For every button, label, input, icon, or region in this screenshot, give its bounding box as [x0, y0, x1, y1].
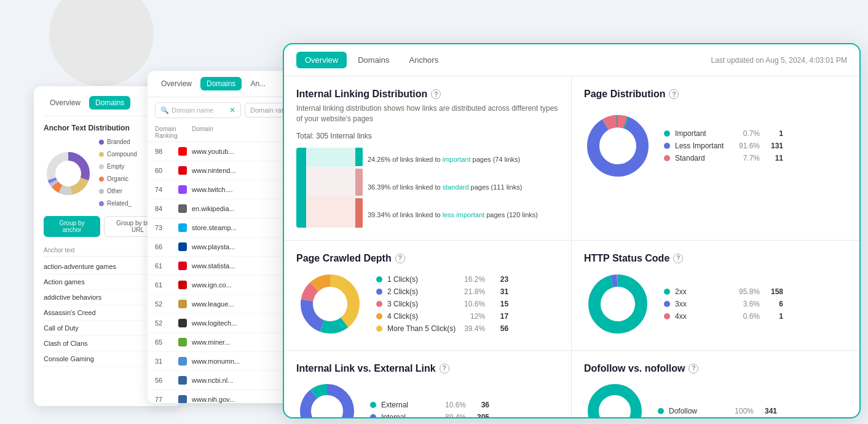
- legend-color-5plus: [376, 326, 382, 332]
- legend-count-1click: 23: [490, 275, 508, 284]
- domain-favicon: [178, 242, 187, 251]
- card-title-http-status: HTTP Status Code ?: [584, 253, 847, 264]
- svg-point-7: [593, 121, 642, 170]
- domain-rank: 56: [155, 377, 173, 384]
- legend-label-dofollow: Dofollow: [669, 407, 724, 415]
- domain-favicon: [178, 204, 187, 213]
- legend-pct-2click: 21.8%: [460, 287, 485, 296]
- legend-pct-dofollow: 100%: [729, 407, 754, 415]
- legend-count-dofollow: 341: [759, 407, 777, 415]
- domain-favicon: [178, 281, 187, 289]
- domain-favicon: [178, 395, 187, 403]
- last-updated: Last updated on Aug 5, 2024, 4:03:01 PM: [711, 56, 847, 65]
- legend-color-standard: [664, 155, 670, 161]
- legend-count-external: 36: [471, 401, 489, 409]
- legend-color-internal: [370, 414, 376, 417]
- domain-rank: 65: [155, 338, 173, 346]
- legend-color-3click: [376, 301, 382, 307]
- card-internal-vs-external: Internal Link vs. External Link ? Exter: [284, 351, 572, 417]
- domain-rank: 73: [155, 224, 173, 231]
- search-icon: 🔍: [160, 106, 169, 114]
- card-http-status: HTTP Status Code ?: [572, 241, 859, 351]
- internal-external-donut: [296, 380, 358, 417]
- group-by-anchor-btn[interactable]: Group by anchor: [44, 216, 100, 237]
- legend-pct-4click: 12%: [460, 312, 485, 321]
- tab-domains-p1[interactable]: Domains: [89, 96, 130, 110]
- legend-count-2xx: 158: [765, 287, 783, 296]
- domain-rank: 98: [155, 148, 173, 155]
- legend-label-external: External: [381, 401, 436, 409]
- legend-label-2xx: 2xx: [675, 287, 730, 296]
- legend-color-dofollow: [658, 408, 664, 414]
- important-link[interactable]: important: [443, 156, 471, 163]
- legend-count-3xx: 6: [765, 300, 783, 308]
- legend-count-internal: 305: [471, 413, 489, 417]
- domain-favicon: [178, 262, 187, 270]
- card-total-internal-linking: Total: 305 Internal links: [296, 132, 559, 140]
- legend-label-less-important: Less Important: [675, 142, 730, 150]
- card-title-dofollow-nofollow: Dofollow vs. nofollow ?: [584, 363, 847, 374]
- legend-pct-less-important: 91.6%: [735, 142, 760, 150]
- panel3-content: Internal Linking Distribution ? Internal…: [284, 76, 859, 417]
- domain-rank: 61: [155, 262, 173, 270]
- help-icon-http-status[interactable]: ?: [673, 254, 683, 263]
- legend-pct-1click: 16.2%: [460, 275, 485, 284]
- domain-rank: 52: [155, 319, 173, 327]
- tab-anchors-p3[interactable]: Anchors: [400, 52, 447, 68]
- anchor-donut-chart: [44, 149, 93, 198]
- tab-overview-p3[interactable]: Overview: [296, 52, 347, 68]
- card-page-crawled-depth: Page Crawled Depth ?: [284, 241, 572, 351]
- help-icon-internal-linking[interactable]: ?: [431, 89, 441, 99]
- legend-count-4click: 17: [490, 312, 508, 321]
- legend-count-standard: 11: [765, 154, 783, 162]
- legend-pct-5plus: 39.4%: [460, 324, 485, 333]
- standard-link[interactable]: standard: [443, 183, 469, 191]
- legend-pct-internal: 89.4%: [441, 413, 466, 417]
- legend-count-4xx: 1: [765, 312, 783, 321]
- legend-label-4xx: 4xx: [675, 312, 730, 321]
- card-title-internal-linking: Internal Linking Distribution ?: [296, 89, 559, 100]
- crawled-depth-donut: [296, 270, 364, 338]
- legend-count-2click: 31: [490, 287, 508, 296]
- tab-overview-p2[interactable]: Overview: [155, 77, 198, 90]
- card-title-page-distribution: Page Distribution ?: [584, 89, 847, 100]
- legend-count-important: 1: [765, 129, 783, 138]
- domain-favicon: [178, 185, 187, 194]
- domain-favicon: [178, 338, 187, 346]
- domain-favicon: [178, 319, 187, 327]
- tab-domains-p2[interactable]: Domains: [200, 77, 242, 90]
- card-internal-linking: Internal Linking Distribution ? Internal…: [284, 76, 572, 241]
- legend-color-3xx: [664, 301, 670, 307]
- help-icon-dofollow[interactable]: ?: [688, 364, 698, 374]
- tab-anchors-p2[interactable]: An...: [244, 77, 272, 90]
- page-dist-legend: Important 0.7% 1 Less Important 91.6% 13…: [664, 129, 783, 162]
- help-icon-internal-external[interactable]: ?: [440, 364, 449, 374]
- help-icon-crawled-depth[interactable]: ?: [395, 254, 405, 263]
- legend-color-1click: [376, 276, 382, 282]
- legend-label-5plus: More Than 5 Click(s): [387, 324, 456, 333]
- legend-label-4click: 4 Click(s): [387, 312, 456, 321]
- domain-rank: 84: [155, 205, 173, 212]
- tab-domains-p3[interactable]: Domains: [349, 52, 398, 68]
- domain-favicon: [178, 300, 187, 308]
- legend-color-external: [370, 402, 376, 408]
- domain-favicon: [178, 357, 187, 366]
- legend-label-2click: 2 Click(s): [387, 287, 456, 296]
- domain-search[interactable]: 🔍 Domain name ✕: [155, 102, 241, 118]
- domain-rank: 52: [155, 300, 173, 308]
- legend-label-3click: 3 Click(s): [387, 300, 456, 308]
- clear-icon[interactable]: ✕: [229, 106, 235, 114]
- less-important-link[interactable]: less important: [443, 211, 484, 218]
- legend-count-less-important: 131: [765, 142, 783, 150]
- page-distribution-donut: [584, 112, 652, 180]
- dofollow-legend: Dofollow 100% 341: [658, 407, 777, 415]
- legend-pct-3click: 10.6%: [460, 300, 485, 308]
- help-icon-page-dist[interactable]: ?: [669, 89, 679, 99]
- legend-pct-standard: 7.7%: [735, 154, 760, 162]
- legend-count-5plus: 56: [490, 324, 508, 333]
- legend-label-standard: Standard: [675, 154, 730, 162]
- http-status-donut: [584, 270, 652, 338]
- legend-count-3click: 15: [490, 300, 508, 308]
- background-avatar: [49, 0, 154, 86]
- tab-overview-p1[interactable]: Overview: [44, 96, 87, 110]
